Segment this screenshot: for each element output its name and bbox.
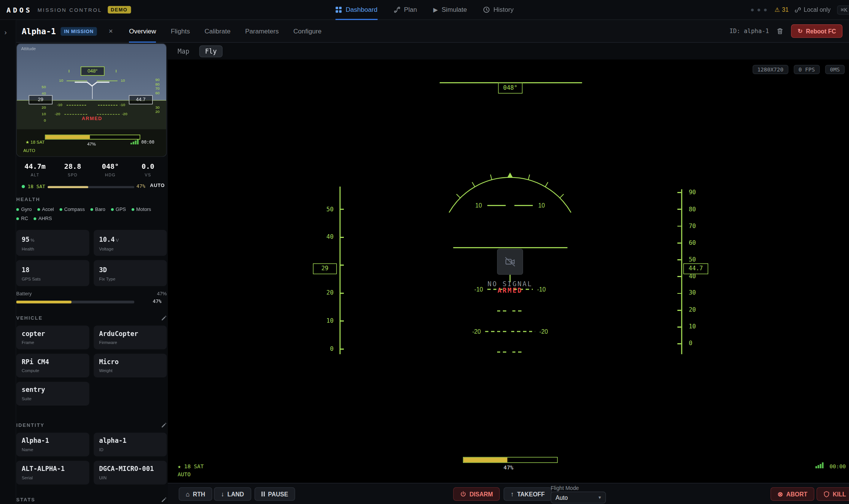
- telemetry-stats-row: 44.7mALT 28.8SPD 048°HDG 0.0VS: [16, 158, 167, 177]
- hud-heading-box: 048°: [498, 83, 523, 94]
- app-logo: ADOS: [6, 6, 32, 14]
- vehicle-id-label: ID: alpha-1: [730, 28, 769, 35]
- field-id: alpha-1ID: [94, 433, 167, 456]
- tape-number: 0: [689, 340, 692, 347]
- alt-tape-ticks: [677, 192, 681, 346]
- tape-number: 90: [689, 189, 696, 196]
- tab-configure[interactable]: Configure: [293, 20, 321, 43]
- pitch-label: 10: [59, 78, 63, 82]
- health-item: Accel: [37, 206, 54, 212]
- pitch-line: [487, 205, 506, 206]
- vehicle-tabs: Overview Flights Calibrate Parameters Co…: [129, 20, 321, 43]
- battery-fill: [463, 458, 507, 463]
- tab-overview[interactable]: Overview: [129, 20, 156, 43]
- tab-map[interactable]: Map: [178, 48, 189, 55]
- vehicle-header-actions: ID: alpha-1 ↻ Reboot FC: [730, 24, 843, 38]
- edit-icon[interactable]: [161, 422, 167, 428]
- nav-history[interactable]: History: [483, 0, 514, 20]
- tape-number: 40: [42, 91, 46, 95]
- identity-section-header: IDENTITY: [16, 422, 167, 428]
- metric-card-voltage: 10.4VVoltage: [94, 230, 167, 256]
- alt-tape-line: [681, 189, 682, 354]
- signal-bars-icon: [816, 462, 824, 468]
- tab-parameters[interactable]: Parameters: [245, 20, 278, 43]
- hud-battery-bar: [463, 457, 558, 463]
- edit-icon[interactable]: [161, 315, 167, 321]
- history-clock-icon: [483, 6, 490, 13]
- resolution-badge: 1280X720: [752, 65, 788, 74]
- tape-number: 20: [42, 105, 46, 109]
- battery-fill: [46, 135, 90, 139]
- health-item: Motors: [131, 206, 151, 212]
- tape-number: 50: [321, 206, 334, 212]
- fly-hud-view: 1280X720 0 FPS 0MS 048° 10 10 -10: [168, 60, 849, 483]
- satellite-icon: ★: [25, 140, 29, 145]
- gps-dot-icon: [22, 185, 25, 189]
- rth-button[interactable]: ⌂RTH: [179, 487, 212, 501]
- mode-label: AUTO: [150, 183, 165, 188]
- mission-timer: 00:00: [830, 463, 846, 469]
- takeoff-button[interactable]: ↑TAKEOFF: [504, 487, 552, 501]
- health-dot-icon: [131, 208, 134, 211]
- section-title: STATS: [16, 497, 35, 502]
- flight-mode-select[interactable]: Auto ▾: [551, 491, 606, 503]
- battery-pct-bottom: 47%: [153, 298, 161, 304]
- close-icon[interactable]: ×: [109, 27, 113, 35]
- nav-simulate[interactable]: ▶ Simulate: [433, 0, 467, 20]
- reboot-fc-button[interactable]: ↻ Reboot FC: [791, 24, 843, 38]
- tape-number: 20: [156, 110, 160, 114]
- tab-flights[interactable]: Flights: [171, 20, 190, 43]
- chevron-right-icon[interactable]: ›: [4, 28, 6, 36]
- sat-count: ★ 18 SAT: [178, 463, 204, 469]
- warning-indicator[interactable]: ⚠ 31: [774, 6, 789, 13]
- brand: ADOS MISSION CONTROL DEMO: [6, 6, 131, 14]
- field-firmware: ArduCopterFirmware: [94, 325, 167, 349]
- tape-number: 60: [156, 91, 160, 95]
- health-item: Baro: [90, 206, 105, 212]
- pause-button[interactable]: PAUSE: [254, 487, 295, 501]
- attitude-heading-box: 048°: [81, 67, 105, 76]
- tape-number: 10: [689, 323, 696, 330]
- shortcut-badge[interactable]: ⌘K: [837, 5, 849, 14]
- hud-altitude-box: 44.7: [683, 263, 708, 274]
- abort-button[interactable]: ⊗ABORT: [771, 487, 815, 501]
- tab-calibrate[interactable]: Calibrate: [205, 20, 231, 43]
- trash-icon[interactable]: [777, 28, 784, 35]
- health-dot-icon: [59, 208, 62, 211]
- vehicle-title: Alpha-1: [22, 26, 56, 36]
- health-dot-icon: [33, 217, 36, 220]
- edit-icon[interactable]: [161, 496, 167, 502]
- vehicle-sidebar: Attitude 048° 10 10 29 44.7 50 40 20 10 …: [16, 43, 167, 504]
- attitude-altitude-box: 44.7: [129, 95, 153, 104]
- view-tabs: Map Fly: [168, 43, 223, 60]
- pitch-line: [497, 352, 509, 353]
- flight-mode: AUTO: [23, 148, 35, 153]
- tape-number: 0: [321, 345, 334, 352]
- health-item: AHRS: [33, 216, 52, 221]
- tape-number: 80: [689, 206, 696, 212]
- section-title: VEHICLE: [16, 315, 43, 320]
- nav-plan[interactable]: Plan: [394, 0, 417, 20]
- screen: ADOS MISSION CONTROL DEMO Dashboard Plan…: [0, 0, 849, 504]
- chevron-down-icon: ▾: [599, 495, 601, 500]
- health-items: Gyro Accel Compass Baro GPS Motors RC AH…: [16, 206, 161, 221]
- tape-number: 20: [321, 289, 334, 296]
- fps-badge: 0 FPS: [794, 65, 820, 74]
- tape-number: 50: [689, 256, 696, 263]
- tape-number: 10: [321, 317, 334, 324]
- disarm-button[interactable]: DISARM: [453, 487, 500, 501]
- nav-dashboard[interactable]: Dashboard: [335, 0, 378, 20]
- video-status-badges: 1280X720 0 FPS 0MS: [752, 65, 844, 74]
- kill-button[interactable]: KILL: [817, 487, 849, 501]
- nav-label: Dashboard: [346, 6, 378, 14]
- tape-number: 10: [42, 112, 46, 116]
- health-header: HEALTH: [16, 197, 167, 202]
- pitch-label: -20: [466, 328, 481, 335]
- vehicle-header: Alpha-1 IN MISSION × Overview Flights Ca…: [0, 20, 849, 43]
- land-button[interactable]: ↓LAND: [214, 487, 251, 501]
- horizon-line: [453, 247, 567, 248]
- field-frame: copterFrame: [16, 325, 89, 349]
- tape-number: 80: [156, 82, 160, 86]
- tab-fly[interactable]: Fly: [199, 46, 223, 57]
- identity-cards: Alpha-1Name alpha-1ID ALT-ALPHA-1Serial …: [16, 433, 167, 485]
